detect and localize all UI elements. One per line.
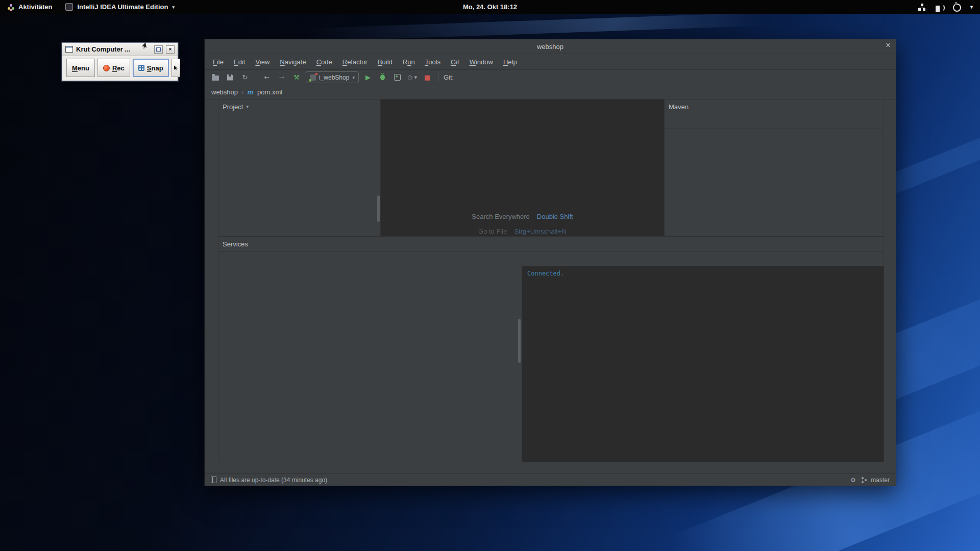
krut-snap-button[interactable]: Snap (133, 59, 169, 77)
activities-button[interactable]: Aktivitäten (0, 3, 52, 11)
services-toolbar (233, 252, 522, 266)
menu-window[interactable]: Window (464, 58, 498, 66)
synchronize-icon: ↻ (241, 73, 249, 82)
bottom-tool-window-bar (205, 462, 896, 473)
git-toolbar-label: Git: (444, 73, 454, 81)
krut-close-button[interactable]: × (166, 45, 175, 54)
hint-line: Go to FileStrg+Umschalt+N (381, 228, 664, 235)
services-tool-window: Services Connected. (218, 236, 884, 462)
breadcrumb-file[interactable]: pom.xml (257, 88, 282, 96)
maven-panel-title: Maven (669, 103, 689, 111)
services-tree (233, 266, 522, 462)
mouse-pointer-icon (174, 65, 178, 70)
power-icon (953, 4, 961, 12)
menu-file[interactable]: File (208, 58, 229, 66)
chevron-down-icon: ▾ (172, 5, 175, 10)
run-configuration-select[interactable]: i_webShop▾ (306, 71, 359, 83)
toolbar-separator (438, 73, 438, 82)
run-with-coverage-icon (394, 74, 401, 81)
status-message[interactable]: All files are up-to-date (34 minutes ago… (220, 477, 327, 484)
krut-recorder-window: Krut Computer ... × Menu Rec Snap (62, 42, 178, 81)
profiler-icon: ◷ ▾ (407, 74, 418, 81)
git-branch-name[interactable]: master (871, 477, 890, 484)
debug-icon (380, 74, 385, 80)
focused-app-menu[interactable]: IntelliJ IDEA Ultimate Edition ▾ (52, 3, 174, 11)
krut-maximize-button[interactable] (154, 45, 163, 54)
synchronize-button[interactable]: ↻ (239, 72, 251, 83)
menu-code[interactable]: Code (311, 58, 337, 66)
window-title-bar[interactable]: webshop × (205, 39, 896, 54)
menu-view[interactable]: View (250, 58, 275, 66)
breadcrumb: webshop › m pom.xml (205, 85, 896, 99)
krut-pointer-button[interactable] (172, 59, 180, 77)
right-tool-window-stripe (884, 99, 896, 462)
services-panel-title: Services (223, 240, 248, 248)
chevron-down-icon: ▾ (970, 4, 973, 10)
krut-rec-label: Rec (112, 64, 125, 72)
system-tray[interactable]: ▾ (918, 2, 980, 12)
maven-file-icon: m (247, 88, 254, 96)
menu-navigate[interactable]: Navigate (275, 58, 311, 66)
intellij-window: webshop × FileEditViewNavigateCodeRefact… (204, 39, 896, 486)
services-tabs (522, 252, 884, 266)
project-scrollbar[interactable] (377, 195, 380, 222)
menu-git[interactable]: Git (446, 58, 464, 66)
main-toolbar: ↻←→⚒i_webShop▾▶◷ ▾■Git: (205, 70, 896, 85)
menu-build[interactable]: Build (373, 58, 398, 66)
menu-help[interactable]: Help (498, 58, 522, 66)
menu-refactor[interactable]: Refactor (337, 58, 373, 66)
menu-edit[interactable]: Edit (229, 58, 250, 66)
attached-console-output[interactable]: Connected. (522, 266, 884, 462)
hint-action: Search Everywhere (472, 213, 529, 220)
forward-button[interactable]: → (276, 72, 287, 83)
status-bar: All files are up-to-date (34 minutes ago… (205, 473, 896, 486)
maven-toolbar (665, 114, 884, 129)
krut-menu-label: Menu (72, 64, 89, 72)
debug-button[interactable] (377, 72, 388, 83)
profiler-button[interactable]: ◷ ▾ (407, 72, 418, 83)
maximize-icon (156, 47, 161, 52)
open-project-icon (212, 76, 219, 81)
krut-title-bar[interactable]: Krut Computer ... × (62, 43, 178, 56)
editor-area[interactable]: Search EverywhereDouble Shift Go to File… (381, 99, 664, 236)
services-panel-header[interactable]: Services (218, 237, 884, 252)
menu-run[interactable]: Run (398, 58, 420, 66)
services-scrollbar[interactable] (518, 319, 521, 363)
left-tool-window-stripe (205, 99, 218, 462)
activities-icon (7, 4, 14, 11)
breadcrumb-project[interactable]: webshop (211, 88, 238, 96)
project-panel-title: Project (223, 103, 243, 111)
maven-projects-tree (665, 129, 884, 236)
save-all-button[interactable] (225, 72, 236, 83)
hint-action: Go to File (478, 228, 507, 235)
window-close-button[interactable]: × (886, 40, 891, 51)
maven-tool-window: Maven (664, 99, 884, 236)
settings-icon[interactable]: ⚙ (849, 476, 857, 484)
open-project-button[interactable] (210, 72, 221, 83)
build-project-button[interactable]: ⚒ (291, 72, 302, 83)
krut-snap-label: Snap (147, 64, 163, 72)
breadcrumb-separator: › (241, 89, 243, 96)
run-config-label: i_webShop (319, 74, 349, 81)
krut-button-row: Menu Rec Snap (62, 56, 178, 80)
services-gutter-toolbar (218, 252, 233, 462)
run-with-coverage-button[interactable] (392, 72, 403, 83)
network-icon (918, 4, 926, 11)
chevron-down-icon[interactable]: ▾ (246, 104, 249, 109)
project-tree (218, 114, 380, 236)
forward-icon: → (278, 73, 286, 82)
stop-button[interactable]: ■ (422, 72, 433, 83)
back-icon: ← (263, 73, 271, 82)
intellij-logo-icon (65, 3, 73, 11)
project-tool-window: Project ▾ (218, 99, 381, 236)
krut-menu-button[interactable]: Menu (66, 59, 95, 77)
menu-tools[interactable]: Tools (420, 58, 446, 66)
maven-panel-header[interactable]: Maven (665, 99, 884, 114)
krut-window-title: Krut Computer ... (76, 45, 151, 53)
hint-shortcut: Double Shift (537, 213, 573, 220)
krut-rec-button[interactable]: Rec (97, 59, 130, 77)
project-panel-header[interactable]: Project ▾ (218, 99, 380, 114)
krut-window-icon (65, 46, 73, 53)
back-button[interactable]: ← (261, 72, 273, 83)
run-button[interactable]: ▶ (362, 72, 374, 83)
